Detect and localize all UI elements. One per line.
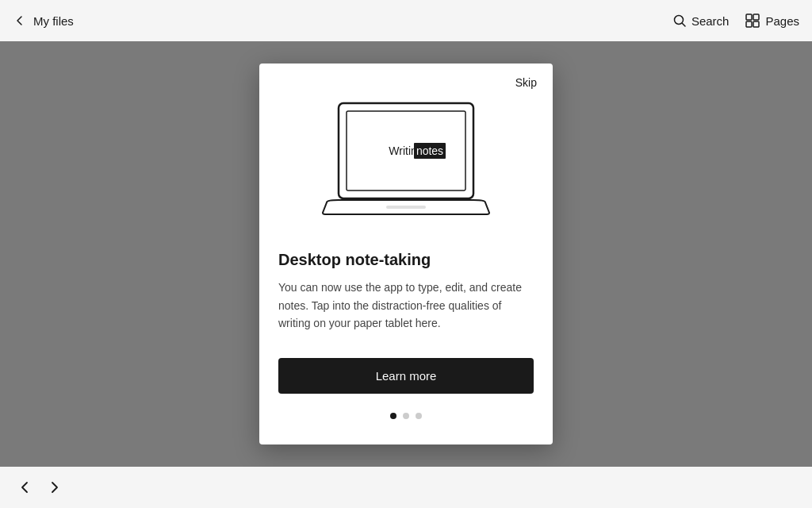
pagination-dots	[259, 406, 553, 419]
svg-rect-3	[746, 21, 752, 27]
bottom-nav	[0, 467, 812, 508]
nav-actions: Search Pages	[672, 13, 799, 29]
dot-2	[403, 413, 409, 419]
svg-point-0	[674, 16, 683, 25]
pages-label: Pages	[765, 14, 799, 28]
main-content: Skip Writing notes D	[0, 41, 812, 467]
modal-card: Skip Writing notes D	[259, 64, 553, 444]
next-icon	[46, 479, 63, 496]
search-label: Search	[691, 14, 730, 28]
top-nav: My files Search Pages	[0, 0, 812, 41]
svg-rect-4	[753, 21, 759, 27]
modal-btn-area: Learn more	[259, 352, 553, 406]
modal-description: You can now use the app to type, edit, a…	[278, 279, 534, 332]
prev-icon	[16, 479, 33, 496]
modal-title: Desktop note-taking	[278, 251, 534, 269]
learn-more-button[interactable]: Learn more	[278, 358, 534, 394]
pages-button[interactable]: Pages	[745, 13, 799, 29]
dot-3	[416, 413, 422, 419]
prev-button[interactable]	[13, 475, 36, 499]
svg-rect-1	[746, 14, 752, 20]
search-icon	[672, 13, 687, 28]
svg-rect-2	[753, 14, 759, 20]
dot-1	[390, 413, 396, 419]
back-button[interactable]: My files	[13, 13, 74, 28]
back-label: My files	[33, 14, 74, 28]
svg-text:notes: notes	[416, 144, 443, 157]
laptop-svg: Writing notes	[319, 95, 493, 222]
pages-icon	[745, 13, 760, 29]
back-icon	[13, 13, 27, 28]
skip-button[interactable]: Skip	[515, 76, 537, 89]
laptop-illustration: Writing notes	[259, 64, 553, 238]
modal-text-content: Desktop note-taking You can now use the …	[259, 238, 553, 351]
svg-rect-11	[386, 206, 426, 209]
search-button[interactable]: Search	[672, 13, 730, 28]
next-button[interactable]	[43, 475, 67, 499]
